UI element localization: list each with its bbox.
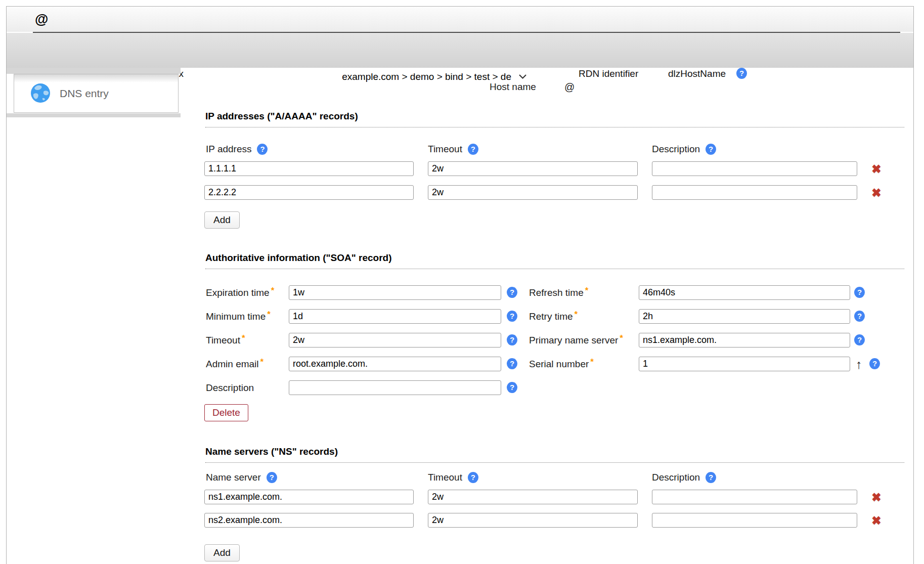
- minimum-time-label: Minimum time *: [206, 311, 271, 323]
- suffix-select-value: example.com > demo > bind > test > de: [342, 71, 511, 82]
- help-icon[interactable]: ?: [706, 144, 716, 155]
- help-icon[interactable]: ?: [854, 287, 865, 298]
- ip-address-input[interactable]: [204, 161, 414, 176]
- expiration-time-label: Expiration time *: [206, 287, 274, 299]
- page-header: @: [7, 7, 913, 32]
- host-name-value: @: [564, 81, 575, 93]
- page-title: @: [35, 12, 48, 27]
- serial-number-label: Serial number *: [529, 358, 594, 370]
- page-container: @ Suffix example.com > demo > bind > tes…: [6, 6, 914, 564]
- required-marker: *: [590, 357, 594, 367]
- required-marker: *: [575, 310, 578, 320]
- tabbar-strip: [7, 68, 181, 74]
- timeout-column-header: Timeout ?: [428, 143, 478, 155]
- name-server-input[interactable]: [204, 513, 414, 528]
- ns-description-input[interactable]: [652, 513, 857, 528]
- help-icon[interactable]: ?: [257, 144, 268, 155]
- serial-number-input[interactable]: [639, 357, 850, 371]
- refresh-time-label: Refresh time *: [529, 287, 588, 299]
- refresh-time-input[interactable]: [639, 285, 850, 300]
- tab-dns-entry[interactable]: DNS entry: [14, 74, 179, 113]
- ip-section-title: IP addresses ("A/AAAA" records): [205, 111, 904, 127]
- soa-description-input[interactable]: [289, 380, 501, 395]
- ip-description-input[interactable]: [652, 185, 857, 200]
- minimum-time-input[interactable]: [289, 309, 501, 324]
- retry-time-label: Retry time *: [529, 311, 578, 323]
- description-column-header: Description ?: [652, 143, 716, 155]
- primary-name-server-input[interactable]: [639, 333, 850, 348]
- required-marker: *: [242, 333, 245, 343]
- add-ip-button[interactable]: Add: [204, 211, 240, 229]
- remove-row-icon[interactable]: ✖: [869, 186, 884, 200]
- required-marker: *: [271, 286, 275, 296]
- primary-name-server-label: Primary name server *: [529, 334, 623, 346]
- remove-row-icon[interactable]: ✖: [869, 162, 884, 176]
- ip-timeout-input[interactable]: [428, 185, 638, 200]
- name-server-input[interactable]: [204, 490, 414, 504]
- help-icon[interactable]: ?: [468, 144, 478, 155]
- admin-email-label: Admin email *: [206, 358, 263, 370]
- tab-dns-entry-label: DNS entry: [60, 74, 109, 112]
- ip-address-column-header: IP address ?: [206, 143, 268, 155]
- help-icon[interactable]: ?: [468, 472, 478, 483]
- remove-row-icon[interactable]: ✖: [869, 513, 884, 528]
- help-icon[interactable]: ?: [507, 287, 517, 298]
- globe-icon: [30, 83, 51, 103]
- ns-description-input[interactable]: [652, 490, 857, 504]
- delete-button[interactable]: Delete: [204, 404, 248, 421]
- retry-time-input[interactable]: [639, 309, 850, 324]
- expiration-time-input[interactable]: [289, 285, 501, 300]
- help-icon[interactable]: ?: [854, 334, 865, 345]
- host-name-label: Host name: [490, 81, 536, 93]
- name-server-column-header: Name server ?: [206, 471, 277, 484]
- remove-row-icon[interactable]: ✖: [869, 490, 884, 504]
- required-marker: *: [267, 310, 271, 320]
- help-icon[interactable]: ?: [507, 334, 517, 345]
- ip-timeout-input[interactable]: [428, 161, 638, 176]
- soa-timeout-input[interactable]: [289, 333, 501, 348]
- add-name-server-button[interactable]: Add: [204, 544, 240, 561]
- suffix-toolbar: Suffix example.com > demo > bind > test …: [7, 33, 913, 68]
- required-marker: *: [620, 333, 623, 343]
- suffix-select[interactable]: example.com > demo > bind > test > de: [209, 69, 534, 84]
- help-icon[interactable]: ?: [854, 311, 865, 322]
- help-icon[interactable]: ?: [507, 382, 517, 393]
- help-icon[interactable]: ?: [736, 68, 747, 79]
- ip-description-input[interactable]: [652, 161, 857, 176]
- tabbar-strip: [7, 113, 181, 117]
- rdn-identifier-value: dlzHostName: [668, 68, 726, 80]
- help-icon[interactable]: ?: [267, 472, 277, 483]
- chevron-down-icon: [518, 74, 527, 79]
- soa-timeout-label: Timeout *: [206, 334, 245, 346]
- rdn-identifier-label: RDN identifier: [579, 68, 638, 80]
- soa-section-title: Authoritative information ("SOA" record): [205, 252, 904, 269]
- timeout-column-header: Timeout ?: [428, 471, 478, 484]
- required-marker: *: [585, 286, 589, 296]
- increase-serial-icon[interactable]: ↑: [852, 357, 865, 372]
- ns-timeout-input[interactable]: [428, 490, 638, 504]
- help-icon[interactable]: ?: [507, 311, 517, 322]
- soa-description-label: Description: [206, 382, 254, 394]
- ns-timeout-input[interactable]: [428, 513, 638, 528]
- ip-address-input[interactable]: [204, 185, 414, 200]
- ns-section-title: Name servers ("NS" records): [205, 446, 904, 463]
- help-icon[interactable]: ?: [869, 358, 880, 369]
- help-icon[interactable]: ?: [706, 472, 716, 483]
- description-column-header: Description ?: [652, 471, 716, 484]
- required-marker: *: [260, 357, 264, 367]
- help-icon[interactable]: ?: [507, 358, 517, 369]
- admin-email-input[interactable]: [289, 357, 501, 371]
